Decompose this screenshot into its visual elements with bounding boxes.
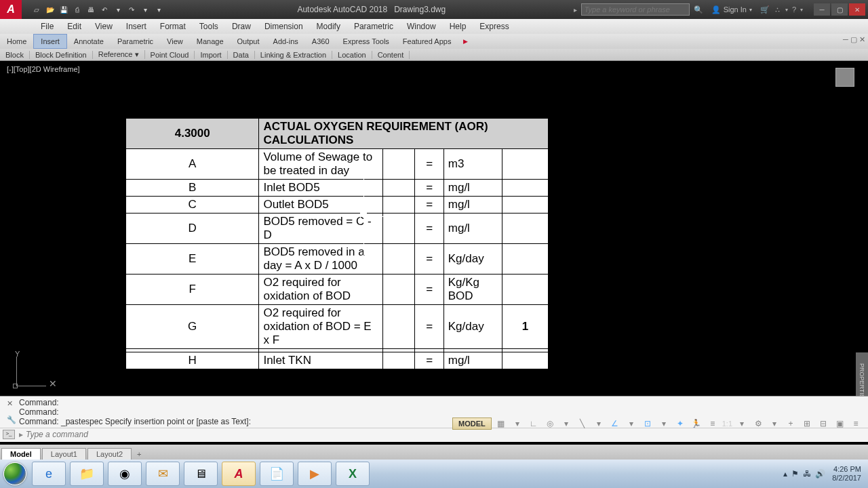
drawing-viewport[interactable]: [-][Top][2D Wireframe] Y ✕ 4.3000 ACTUAL… <box>0 61 868 396</box>
viewport-label[interactable]: [-][Top][2D Wireframe] <box>7 65 80 73</box>
minimize-button[interactable]: ─ <box>814 3 830 16</box>
layout-tab-layout2[interactable]: Layout2 <box>87 448 132 460</box>
tray-volume-icon[interactable]: 🔊 <box>815 469 825 479</box>
tray-up-icon[interactable]: ▴ <box>783 469 787 479</box>
undo-icon[interactable]: ↶ <box>99 4 110 15</box>
search-expand-icon[interactable]: ▸ <box>574 6 577 14</box>
command-input[interactable] <box>26 430 865 439</box>
ribbon-tab-insert[interactable]: Insert <box>33 34 67 49</box>
open-icon[interactable]: 📂 <box>45 4 56 15</box>
menu-window[interactable]: Window <box>400 22 443 31</box>
gear-icon[interactable]: ⚙ <box>751 418 765 430</box>
panel-block[interactable]: Block <box>0 51 30 59</box>
panel-reference-[interactable]: Reference ▾ <box>93 50 145 59</box>
running-icon[interactable]: 🏃 <box>690 418 703 430</box>
dropdown-icon[interactable]: ▾ <box>735 418 749 430</box>
cmd-close-icon[interactable]: ✕ <box>7 399 13 408</box>
ribbon-tab-annotate[interactable]: Annotate <box>67 34 111 49</box>
panel-block-definition[interactable]: Block Definition <box>30 51 93 59</box>
polar-icon[interactable]: ◎ <box>543 418 557 430</box>
task-media[interactable]: ▶ <box>298 462 332 486</box>
ribbon-tab-home[interactable]: Home <box>0 34 33 49</box>
menu-modify[interactable]: Modify <box>310 22 347 31</box>
osnap-icon[interactable]: ∠ <box>608 418 622 430</box>
exchange-icon[interactable]: 🛒 <box>760 5 770 14</box>
panel-content[interactable]: Content <box>372 51 410 59</box>
saveas-icon[interactable]: ⎙ <box>72 4 83 15</box>
panel-import[interactable]: Import <box>195 51 227 59</box>
panel-location[interactable]: Location <box>332 51 372 59</box>
ribbon-tab-parametric[interactable]: Parametric <box>111 34 160 49</box>
ribbon-video-icon[interactable]: ▶ <box>463 38 468 45</box>
save-icon[interactable]: 💾 <box>58 4 69 15</box>
menu-help[interactable]: Help <box>443 22 473 31</box>
isodraft-icon[interactable]: ╲ <box>576 418 589 430</box>
grid-icon[interactable]: ▦ <box>494 418 508 430</box>
clean-screen-icon[interactable]: ▣ <box>833 418 846 430</box>
layout-tab-model[interactable]: Model <box>1 448 41 460</box>
scale-label[interactable]: 1:1 <box>722 418 732 430</box>
otrack-icon[interactable]: ⊡ <box>641 418 654 430</box>
ribbon-tab-featured-apps[interactable]: Featured Apps <box>396 34 458 49</box>
task-explorer[interactable]: 📁 <box>70 462 104 486</box>
panel-linking-extraction[interactable]: Linking & Extraction <box>255 51 332 59</box>
menu-draw[interactable]: Draw <box>225 22 258 31</box>
maximize-button[interactable]: ▢ <box>831 3 848 16</box>
help-icon[interactable]: ? <box>792 5 796 14</box>
ribbon-doc-controls[interactable]: ─ ▢ ✕ <box>843 35 865 44</box>
search-icon[interactable]: 🔍 <box>694 5 703 14</box>
dropdown-icon[interactable]: ▾ <box>768 418 781 430</box>
dyn-icon[interactable]: ✦ <box>673 418 687 430</box>
sign-in-button[interactable]: 👤 Sign In ▾ <box>707 5 756 14</box>
menu-dimension[interactable]: Dimension <box>258 22 310 31</box>
ortho-icon[interactable]: ∟ <box>527 418 540 430</box>
menu-parametric[interactable]: Parametric <box>347 22 400 31</box>
plus-icon[interactable]: + <box>784 418 797 430</box>
ribbon-tab-view[interactable]: View <box>160 34 190 49</box>
isolate-icon[interactable]: ⊞ <box>800 418 814 430</box>
lineweight-icon[interactable]: ≡ <box>706 418 719 430</box>
task-chrome[interactable]: ◉ <box>108 462 142 486</box>
ribbon-tab-express-tools[interactable]: Express Tools <box>336 34 396 49</box>
layout-tab-layout1[interactable]: Layout1 <box>42 448 86 460</box>
app-logo[interactable]: A <box>0 0 22 19</box>
a360-icon[interactable]: ⛬ <box>774 5 781 14</box>
ribbon-tab-add-ins[interactable]: Add-ins <box>267 34 305 49</box>
print-icon[interactable]: 🖶 <box>85 4 96 15</box>
tray-clock[interactable]: 4:26 PM 8/2/2017 <box>832 465 861 483</box>
dropdown-icon[interactable]: ▾ <box>592 418 606 430</box>
customize-icon[interactable]: ≡ <box>849 418 863 430</box>
ribbon-tab-manage[interactable]: Manage <box>190 34 231 49</box>
menu-insert[interactable]: Insert <box>119 22 153 31</box>
task-autocad[interactable]: A <box>222 462 256 486</box>
hardware-icon[interactable]: ⊟ <box>816 418 830 430</box>
viewcube[interactable] <box>835 68 854 87</box>
status-model-button[interactable]: MODEL <box>452 418 492 430</box>
menu-express[interactable]: Express <box>473 22 515 31</box>
panel-point-cloud[interactable]: Point Cloud <box>145 51 195 59</box>
cmd-prompt-icon[interactable]: >_ <box>3 430 15 439</box>
menu-tools[interactable]: Tools <box>193 22 225 31</box>
menu-view[interactable]: View <box>88 22 119 31</box>
ribbon-tab-output[interactable]: Output <box>231 34 267 49</box>
tray-network-icon[interactable]: 🖧 <box>803 469 811 479</box>
dropdown-icon[interactable]: ▾ <box>140 4 151 15</box>
menu-edit[interactable]: Edit <box>60 22 88 31</box>
redo-icon[interactable]: ↷ <box>126 4 137 15</box>
task-excel[interactable]: X <box>336 462 370 486</box>
dropdown-icon[interactable]: ▾ <box>657 418 671 430</box>
aor-table[interactable]: 4.3000 ACTUAL OXYGEN REQUIREMENT (AOR) C… <box>125 118 549 369</box>
dropdown-icon[interactable]: ▾ <box>113 4 123 15</box>
close-button[interactable]: ✕ <box>849 3 865 16</box>
task-ie[interactable]: e <box>32 462 66 486</box>
new-icon[interactable]: ▱ <box>31 4 42 15</box>
ribbon-tab-a360[interactable]: A360 <box>305 34 336 49</box>
menu-file[interactable]: File <box>34 22 60 31</box>
task-outlook[interactable]: ✉ <box>146 462 180 486</box>
search-input[interactable] <box>581 3 690 16</box>
dropdown-icon[interactable]: ▾ <box>559 418 573 430</box>
start-button[interactable] <box>0 460 30 488</box>
tray-flag-icon[interactable]: ⚑ <box>791 469 799 479</box>
cmd-settings-icon[interactable]: 🔧 <box>7 415 16 424</box>
add-layout-button[interactable]: + <box>132 449 146 460</box>
